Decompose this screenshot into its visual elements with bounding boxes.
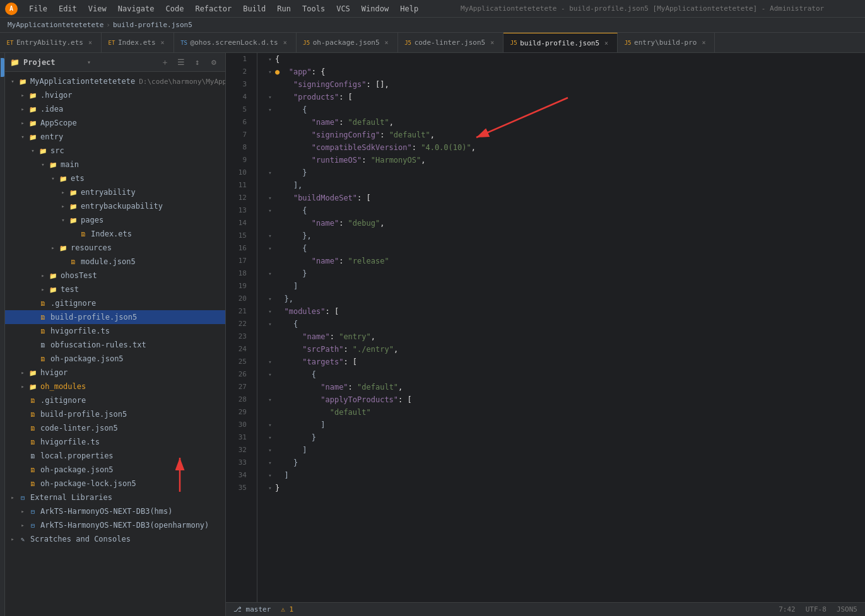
tab-screenlock[interactable]: TS @ohos.screenLock.d.ts ×	[174, 33, 297, 53]
tree-src[interactable]: ▾ 📁 src	[5, 144, 225, 158]
fold-35[interactable]: ▾	[265, 482, 275, 494]
menu-build[interactable]: Build	[238, 3, 271, 15]
tree-buildprofile-entry[interactable]: 🗎 build-profile.json5	[5, 310, 225, 324]
tree-arkts2[interactable]: ▸ ⊟ ArkTS-HarmonyOS-NEXT-DB3(openharmony…	[5, 518, 225, 532]
tree-buildprofile2[interactable]: 🗎 build-profile.json5	[5, 407, 225, 421]
tab-entrybuild[interactable]: J5 entry\build-pro ×	[618, 33, 715, 53]
fold-5[interactable]: ▾	[265, 103, 275, 116]
fold-10[interactable]: ▾	[265, 166, 275, 179]
tab-index[interactable]: ET Index.ets ×	[102, 33, 174, 53]
breadcrumb-file[interactable]: build-profile.json5	[113, 21, 192, 29]
tree-hvigorfilerts2[interactable]: 🗎 hvigorfile.ts	[5, 435, 225, 449]
menu-run[interactable]: Run	[272, 3, 296, 15]
tree-hvigor2[interactable]: ▸ 📁 hvigor	[5, 366, 225, 380]
fold-32[interactable]: ▾	[265, 444, 275, 456]
tree-gitignore2[interactable]: 🗎 .gitignore	[5, 393, 225, 407]
tree-ohpackage-entry[interactable]: 🗎 oh-package.json5	[5, 352, 225, 366]
tab-buildprofile[interactable]: J5 build-profile.json5 ×	[503, 33, 618, 53]
tree-arkts1[interactable]: ▸ ⊟ ArkTS-HarmonyOS-NEXT-DB3(hms)	[5, 504, 225, 518]
menu-edit[interactable]: Edit	[54, 3, 82, 15]
tree-ohostest[interactable]: ▸ 📁 ohosTest	[5, 269, 225, 282]
fold-18[interactable]: ▾	[265, 267, 275, 280]
tree-root[interactable]: ▾ 📁 MyApplicationtetetetete D:\code\harm…	[5, 74, 225, 88]
scratches-icon: ✎	[18, 534, 28, 544]
menu-file[interactable]: File	[24, 3, 52, 15]
tab-close-entrybuild[interactable]: ×	[699, 38, 708, 47]
menu-tools[interactable]: Tools	[297, 3, 330, 15]
entrybackupability-icon: 📁	[68, 201, 78, 211]
status-line-col: 7:42	[779, 605, 796, 613]
tree-hvigor1[interactable]: ▸ 📁 .hvigor	[5, 88, 225, 102]
fold-30[interactable]: ▾	[265, 419, 275, 431]
tree-hvigorfileets[interactable]: 🗎 hvigorfile.ts	[5, 324, 225, 338]
tree-appscope[interactable]: ▸ 📁 AppScope	[5, 116, 225, 130]
menu-view[interactable]: View	[83, 3, 112, 15]
tab-ohpackage[interactable]: J5 oh-package.json5 ×	[297, 33, 398, 53]
tree-extlibs[interactable]: ▸ ⊟ External Libraries	[5, 491, 225, 504]
code-editor[interactable]: 1 2 3 4 5 6 7 8 9 10 11 12 13 14 15 16 1…	[226, 53, 865, 602]
tree-gitignore1[interactable]: 🗎 .gitignore	[5, 296, 225, 310]
fold-31[interactable]: ▾	[265, 431, 275, 444]
linenum-21: 21	[226, 305, 252, 318]
tab-close-codelinter[interactable]: ×	[488, 38, 497, 47]
tree-pages[interactable]: ▾ 📁 pages	[5, 213, 225, 227]
menu-help[interactable]: Help	[395, 3, 423, 15]
breadcrumb-project[interactable]: MyApplicationtetetetete	[8, 21, 103, 29]
tab-close-entryability[interactable]: ×	[86, 38, 95, 47]
tree-entrybackupability[interactable]: ▸ 📁 entrybackupability	[5, 199, 225, 213]
tree-ohpackagelock[interactable]: 🗎 oh-package-lock.json5	[5, 477, 225, 491]
fold-22[interactable]: ▾	[265, 318, 275, 330]
tab-icon-index: ET	[108, 39, 115, 47]
rail-project-icon[interactable]	[1, 58, 4, 77]
linenum-6: 6	[226, 116, 252, 129]
tree-ets[interactable]: ▾ 📁 ets	[5, 171, 225, 185]
fold-13[interactable]: ▾	[265, 204, 275, 217]
tree-ohmodules[interactable]: ▸ 📁 oh_modules	[5, 380, 225, 393]
tree-test[interactable]: ▸ 📁 test	[5, 282, 225, 296]
menu-navigate[interactable]: Navigate	[113, 3, 160, 15]
collapse-btn[interactable]: ☰	[175, 56, 187, 69]
menu-window[interactable]: Window	[356, 3, 394, 15]
fold-21[interactable]: ▾	[265, 305, 275, 318]
fold-4[interactable]: ▾	[265, 91, 275, 103]
tree-idea[interactable]: ▸ 📁 .idea	[5, 102, 225, 116]
main-label: main	[61, 160, 79, 169]
fold-16[interactable]: ▾	[265, 242, 275, 255]
fold-26[interactable]: ▾	[265, 368, 275, 381]
new-file-btn[interactable]: ＋	[158, 56, 171, 69]
tree-entryability[interactable]: ▸ 📁 entryability	[5, 185, 225, 199]
tab-entryability[interactable]: ET EntryAbility.ets ×	[0, 33, 102, 53]
tree-indexets[interactable]: 🗎 Index.ets	[5, 227, 225, 241]
tree-obfuscation[interactable]: 🗎 obfuscation-rules.txt	[5, 338, 225, 352]
tab-close-ohpackage[interactable]: ×	[382, 38, 391, 47]
fold-20[interactable]: ▾	[265, 293, 275, 305]
tree-ohpackage2[interactable]: 🗎 oh-package.json5	[5, 463, 225, 477]
code-line-7: ▾ "signingConfig": "default",	[265, 129, 865, 141]
fold-2[interactable]: ▾	[265, 66, 275, 78]
fold-25[interactable]: ▾	[265, 356, 275, 368]
menu-code[interactable]: Code	[161, 3, 189, 15]
fold-28[interactable]: ▾	[265, 393, 275, 406]
tree-scratches[interactable]: ▸ ✎ Scratches and Consoles	[5, 532, 225, 546]
fold-12[interactable]: ▾	[265, 192, 275, 204]
tree-modulejson5[interactable]: 🗎 module.json5	[5, 255, 225, 269]
tree-main[interactable]: ▾ 📁 main	[5, 158, 225, 171]
fold-33[interactable]: ▾	[265, 456, 275, 469]
tree-resources[interactable]: ▸ 📁 resources	[5, 241, 225, 255]
fold-15[interactable]: ▾	[265, 230, 275, 242]
fold-34[interactable]: ▾	[265, 469, 275, 482]
fold-1[interactable]: ▾	[265, 53, 275, 66]
code-content[interactable]: ▾ { ▾ ● "app": { ▾ "signingConfigs": [],…	[257, 53, 865, 602]
tab-close-buildprofile[interactable]: ×	[602, 38, 611, 47]
tree-codelinter[interactable]: 🗎 code-linter.json5	[5, 421, 225, 435]
sort-btn[interactable]: ↕	[191, 56, 204, 69]
tree-localprops[interactable]: 🗎 local.properties	[5, 449, 225, 463]
tab-close-index[interactable]: ×	[158, 38, 167, 47]
linenum-1: 1	[226, 53, 252, 66]
settings-btn[interactable]: ⚙	[208, 56, 220, 69]
tab-close-screenlock[interactable]: ×	[281, 38, 290, 47]
tab-codelinter[interactable]: J5 code-linter.json5 ×	[398, 33, 504, 53]
tree-entry[interactable]: ▾ 📁 entry	[5, 130, 225, 144]
menu-vcs[interactable]: VCS	[331, 3, 355, 15]
menu-refactor[interactable]: Refactor	[190, 3, 237, 15]
